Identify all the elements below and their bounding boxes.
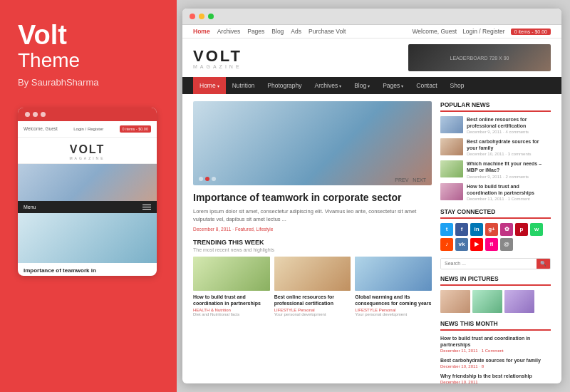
nav-purchase[interactable]: Purchase Volt: [309, 28, 346, 35]
month-item-title-3[interactable]: Why friendship is the best relationship: [440, 373, 551, 379]
nav-pages[interactable]: Pages: [247, 28, 264, 35]
trending-subcat-1: Diet and Nutritional facts: [193, 312, 270, 316]
pop-comments-1: 4 comments: [505, 130, 529, 134]
news-in-pictures-section: NEWS IN PICTURES: [440, 275, 551, 313]
stay-connected-section: STAY CONNECTED t f in g+ ✿ p w ♪ vk ▶: [440, 208, 551, 251]
next-button[interactable]: NEXT: [413, 177, 426, 182]
pinterest-icon[interactable]: p: [515, 223, 528, 236]
search-input[interactable]: [441, 259, 537, 269]
youtube-icon[interactable]: ▶: [470, 238, 483, 251]
month-date-1: December 11, 2011: [440, 349, 478, 353]
leaderboard-ad: LEADERBOARD 728 X 90: [408, 44, 551, 71]
month-item-meta-1: December 11, 2011 · 1 Comment: [440, 349, 551, 353]
month-item-1: How to build trust and coordination in p…: [440, 335, 551, 353]
month-comments-2: 8: [482, 364, 484, 368]
month-date-3: December 10, 2011: [440, 380, 478, 383]
soundcloud-icon[interactable]: ♪: [440, 238, 453, 251]
main-nav-shop[interactable]: Shop: [444, 77, 471, 94]
slider-nav: PREV NEXT: [395, 177, 426, 182]
pop-comments-4: 1 Comment: [508, 197, 530, 201]
nav-ads[interactable]: Ads: [291, 28, 301, 35]
prev-button[interactable]: PREV: [395, 177, 408, 182]
trending-subcat-3: Your personal development: [355, 312, 432, 316]
main-nav-contact[interactable]: Contact: [410, 77, 443, 94]
popular-news-title: POPULAR NEWS: [440, 101, 551, 112]
main-nav-archives[interactable]: Archives ▾: [309, 77, 348, 94]
trending-img-3: [355, 257, 432, 291]
popular-item-title-2[interactable]: Best carbohydrate sources for your famil…: [467, 138, 551, 151]
trending-title-1[interactable]: How to build trust and coordination in p…: [193, 294, 270, 306]
top-nav-links: Home Archives Pages Blog Ads Purchase Vo…: [193, 28, 346, 35]
news-pic-2: [472, 290, 502, 313]
popular-item-title-3[interactable]: Which machine fit your needs – MBP or iM…: [467, 160, 551, 173]
popular-item-title-1[interactable]: Best online resources for professional c…: [467, 116, 551, 129]
top-nav: Home Archives Pages Blog Ads Purchase Vo…: [182, 25, 561, 38]
mobile-menu-label: Menu: [24, 205, 36, 210]
linkedin-icon[interactable]: in: [470, 223, 483, 236]
top-nav-right: Welcome, Guest Login / Register 0 items …: [412, 28, 551, 35]
main-nav-home[interactable]: Home ▾: [193, 77, 226, 94]
main-nav-photography[interactable]: Photography: [261, 77, 308, 94]
slider-dot-2[interactable]: [205, 177, 209, 181]
main-nav: Home ▾ Nutrition Photography Archives ▾ …: [182, 77, 561, 94]
search-box: 🔍: [440, 258, 551, 269]
trending-subtitle: The most recent news and highlights: [193, 247, 432, 252]
cart-badge[interactable]: 0 items - $0.00: [511, 29, 551, 35]
facebook-icon[interactable]: f: [455, 223, 468, 236]
article-title[interactable]: Importance of teamwork in corporate sect…: [193, 191, 432, 204]
nav-archives[interactable]: Archives: [217, 28, 241, 35]
main-column: PREV NEXT Importance of teamwork in corp…: [193, 101, 432, 376]
twitter-icon[interactable]: t: [440, 223, 453, 236]
mobile-hero-image: [18, 164, 157, 201]
slider-dot-3[interactable]: [212, 177, 216, 181]
instagram-icon[interactable]: ✿: [500, 223, 513, 236]
mobile-dot-2: [33, 112, 38, 117]
vk-icon[interactable]: vk: [455, 238, 468, 251]
month-comments-1: 1 Comment: [482, 349, 504, 353]
trending-title: TRENDING this week: [193, 239, 432, 246]
flickr-icon[interactable]: fl: [485, 238, 498, 251]
googleplus-icon[interactable]: g+: [485, 223, 498, 236]
popular-item-title-4[interactable]: How to build trust and coordination in p…: [467, 183, 551, 196]
pop-comments-2: 3 comments: [508, 152, 532, 156]
mobile-header: Welcome, Guest Login / Register 0 items …: [18, 121, 157, 138]
month-item-meta-3: December 10, 2011: [440, 380, 551, 383]
body-layout: PREV NEXT Importance of teamwork in corp…: [182, 94, 561, 383]
email-icon[interactable]: @: [500, 238, 513, 251]
article-category[interactable]: Featured, Lifestyle: [235, 227, 273, 232]
browser-dot-maximize[interactable]: [208, 14, 214, 19]
site-content: Home Archives Pages Blog Ads Purchase Vo…: [182, 25, 561, 383]
nav-blog[interactable]: Blog: [271, 28, 284, 35]
mobile-logo-text: VOLT: [18, 143, 157, 156]
pop-comments-3: 2 comments: [505, 175, 529, 179]
month-item-title-1[interactable]: How to build trust and coordination in p…: [440, 335, 551, 348]
mobile-menu-bar[interactable]: Menu: [18, 201, 157, 213]
popular-item-3: Which machine fit your needs – MBP or iM…: [440, 160, 551, 178]
search-button[interactable]: 🔍: [537, 259, 550, 269]
nav-home[interactable]: Home: [193, 28, 210, 35]
browser-dot-close[interactable]: [190, 14, 195, 19]
mobile-welcome: Welcome, Guest: [24, 126, 58, 131]
trending-title-2[interactable]: Best online resources for professional c…: [274, 294, 351, 306]
mobile-logo-sub: MAGAZINE: [18, 156, 157, 160]
browser-dot-minimize[interactable]: [199, 14, 204, 19]
login-register-link[interactable]: Login / Register: [462, 28, 505, 35]
mobile-hamburger-icon: [142, 205, 151, 210]
month-item-title-2[interactable]: Best carbohydrate sources for your famil…: [440, 357, 551, 363]
mobile-dot-1: [25, 112, 30, 117]
mobile-cart-btn[interactable]: 0 items - $0.00: [120, 125, 151, 133]
main-nav-blog[interactable]: Blog ▾: [348, 77, 376, 94]
trending-title-3[interactable]: Global warming and its consequences for …: [355, 294, 432, 306]
news-in-pictures-title: NEWS IN PICTURES: [440, 275, 551, 286]
featured-slider: PREV NEXT: [193, 101, 432, 185]
trending-subcat-2: Your personal development: [274, 312, 351, 316]
mobile-article-title: Importance of teamwork in: [18, 263, 157, 276]
month-item-3: Why friendship is the best relationship …: [440, 373, 551, 383]
popular-text-2: Best carbohydrate sources for your famil…: [467, 138, 551, 156]
whatsapp-icon[interactable]: w: [530, 223, 543, 236]
main-nav-pages[interactable]: Pages ▾: [376, 77, 410, 94]
popular-img-2: [440, 138, 463, 155]
slider-dot-1[interactable]: [199, 177, 203, 181]
pages-arrow-icon: ▾: [401, 83, 403, 88]
main-nav-nutrition[interactable]: Nutrition: [226, 77, 261, 94]
